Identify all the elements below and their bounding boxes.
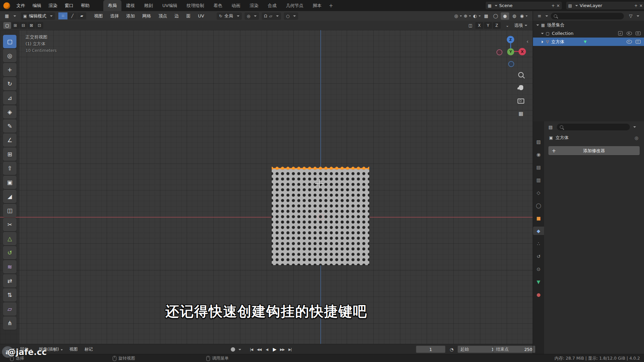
show-gizmo-icon[interactable]: ⊕ xyxy=(463,12,472,20)
workspace-tab[interactable]: 建模 xyxy=(121,0,140,11)
outliner-editor-icon[interactable]: ≡ xyxy=(535,12,544,20)
collection-checkbox[interactable]: ✓ xyxy=(618,31,623,36)
tool-spin[interactable]: ↺ xyxy=(3,246,16,259)
gizmo-negative-z-axis[interactable] xyxy=(508,61,514,67)
viewport-menu-item[interactable]: 视图 xyxy=(90,13,106,19)
properties-tab-view-layer[interactable]: ▥ xyxy=(533,176,544,184)
workspace-tab[interactable]: UV编辑 xyxy=(158,0,182,11)
workspace-tab[interactable]: 渲染 xyxy=(245,0,263,11)
pivot-point-selector[interactable]: ◎ xyxy=(245,12,259,20)
properties-tab-modifiers[interactable]: ◆ xyxy=(533,227,544,235)
pin-icon[interactable]: ◎ xyxy=(635,135,638,140)
tool-edge-slide[interactable]: ⇄ xyxy=(3,274,16,288)
solid-shading-icon[interactable]: ● xyxy=(501,12,509,20)
tool-loop-cut[interactable]: ◫ xyxy=(3,204,16,217)
workspace-tab[interactable]: 雕刻 xyxy=(140,0,158,11)
viewport-menu-item[interactable]: 选择 xyxy=(106,13,122,19)
object-visibility-icon[interactable]: ◎ xyxy=(454,12,462,20)
play-reverse-button[interactable]: ◀ xyxy=(263,346,271,353)
topbar-menu-item[interactable]: 渲染 xyxy=(45,0,61,11)
gizmo-x-axis[interactable]: X xyxy=(519,48,526,55)
gizmo-y-axis[interactable]: Y xyxy=(507,48,514,55)
properties-tab-tool[interactable]: ▨ xyxy=(533,137,544,146)
tool-poly-build[interactable]: △ xyxy=(3,232,16,245)
new-viewlayer-icon[interactable]: + xyxy=(634,4,638,8)
properties-tab-material[interactable]: ● xyxy=(533,290,544,299)
snap-indicator-icon[interactable]: ⌄ xyxy=(503,22,511,29)
tool-measure[interactable]: ∠ xyxy=(3,133,16,147)
blender-logo-icon[interactable] xyxy=(3,2,10,9)
properties-tab-physics[interactable]: ↺ xyxy=(533,252,544,260)
topbar-menu-item[interactable]: 帮助 xyxy=(77,0,93,11)
material-preview-icon[interactable]: ◍ xyxy=(510,12,519,20)
gizmo-z-axis[interactable]: Z xyxy=(507,36,514,43)
add-workspace-button[interactable]: + xyxy=(326,0,336,11)
new-scene-icon[interactable]: + xyxy=(551,4,555,8)
outliner-row-scene-collection[interactable]: ▦ 场景集合 xyxy=(533,21,644,29)
viewport-menu-item[interactable]: 面 xyxy=(182,13,194,19)
jump-to-end-button[interactable]: ▶| xyxy=(286,346,294,353)
frame-start-field[interactable]: 起始 1 xyxy=(458,346,497,353)
tool-transform[interactable]: ◈ xyxy=(3,105,16,119)
properties-tab-output[interactable]: ▤ xyxy=(533,163,544,171)
tool-extrude-region[interactable]: ⇧ xyxy=(3,162,16,175)
workspace-tab[interactable]: 合成 xyxy=(263,0,281,11)
workspace-tab[interactable]: 脚本 xyxy=(308,0,326,11)
tool-bevel[interactable]: ◢ xyxy=(3,190,16,203)
tool-move[interactable]: + xyxy=(3,63,16,76)
navigation-gizmo[interactable]: Z X Y xyxy=(496,37,526,67)
viewport-menu-item[interactable]: 网格 xyxy=(139,13,155,19)
select-intersect-icon[interactable]: ⊡ xyxy=(36,22,43,29)
properties-tab-particles[interactable]: ∴ xyxy=(533,239,544,248)
mirror-axis-button[interactable]: X xyxy=(475,22,483,29)
properties-tab-scene[interactable]: ◇ xyxy=(533,188,544,197)
timeline-menu-item[interactable]: 视图 xyxy=(66,347,81,352)
edge-select-mode-button[interactable]: ╱ xyxy=(68,12,77,19)
timeline-menu-item[interactable]: 标记 xyxy=(81,347,96,352)
scene-selector[interactable]: ▦ Scene + × xyxy=(486,2,562,9)
tool-knife[interactable]: ✂ xyxy=(3,218,16,231)
tool-inset-faces[interactable]: ▣ xyxy=(3,176,16,189)
toggle-ortho-button[interactable]: ▦ xyxy=(516,109,526,119)
viewport-menu-item[interactable]: 顶点 xyxy=(155,13,171,19)
outliner-row-collection[interactable]: ▢ Collection ✓ xyxy=(533,29,644,38)
properties-tab-render[interactable]: ◉ xyxy=(533,150,544,159)
outliner-search-input[interactable] xyxy=(551,13,624,19)
properties-tab-object[interactable]: ■ xyxy=(533,214,544,222)
add-modifier-button[interactable]: + 添加修改器 xyxy=(548,146,640,155)
properties-tab-data[interactable]: ▼ xyxy=(533,278,544,286)
tool-cursor[interactable]: ◎ xyxy=(3,49,16,62)
tool-add-cube[interactable]: ⊞ xyxy=(3,147,16,161)
transform-orientation-selector[interactable]: ↻ 全局 xyxy=(217,12,242,20)
tool-scale[interactable]: ⊿ xyxy=(3,91,16,105)
sidebar-toggle-arrow[interactable]: ‹ xyxy=(527,38,529,45)
collection-eye-icon[interactable] xyxy=(627,32,632,35)
mirror-axis-button[interactable]: Y xyxy=(484,22,492,29)
properties-search-input[interactable] xyxy=(557,124,630,130)
object-eye-icon[interactable] xyxy=(627,40,632,44)
tool-shrink-fatten[interactable]: ⇅ xyxy=(3,288,16,302)
properties-editor-icon[interactable]: ▤ xyxy=(546,123,555,131)
properties-tab-world[interactable]: ◯ xyxy=(533,201,544,209)
topbar-menu-item[interactable]: 窗口 xyxy=(61,0,77,11)
topbar-menu-item[interactable]: 文件 xyxy=(13,0,29,11)
prev-keyframe-button[interactable]: ◀◀ xyxy=(255,346,263,353)
workspace-tab[interactable]: 着色 xyxy=(209,0,227,11)
outliner-row-cube[interactable]: ▽ 立方体 ▼ xyxy=(533,38,644,46)
viewport-menu-item[interactable]: UV xyxy=(194,13,208,18)
editor-type-button[interactable]: ▦ xyxy=(3,12,16,20)
frame-end-field[interactable]: 结束点 250 xyxy=(493,346,535,353)
vertex-select-mode-button[interactable]: ∷ xyxy=(58,12,67,19)
show-overlays-icon[interactable]: ◐ xyxy=(473,12,481,20)
mirror-axis-button[interactable]: Z xyxy=(493,22,501,29)
expand-arrow-icon[interactable] xyxy=(542,41,543,43)
zoom-button[interactable] xyxy=(516,70,526,80)
snapping-selector[interactable]: Ω ▱ xyxy=(262,12,281,20)
select-subtract-icon[interactable]: ⊟ xyxy=(19,22,27,29)
workspace-tab[interactable]: 纹理绘制 xyxy=(182,0,209,11)
face-select-mode-button[interactable]: ▰ xyxy=(77,12,86,19)
tool-annotate[interactable]: ✎ xyxy=(3,119,16,133)
mode-selector[interactable]: ▣ 编辑模式 xyxy=(21,12,55,20)
viewport-menu-item[interactable]: 边 xyxy=(171,13,182,19)
properties-tab-constraints[interactable]: ⊙ xyxy=(533,265,544,273)
